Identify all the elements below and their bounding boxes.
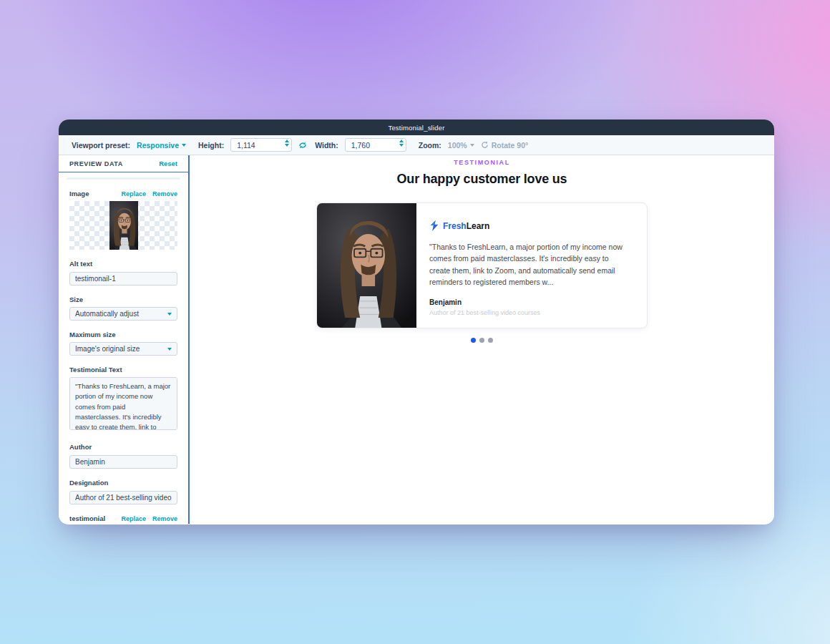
author-field-group: Author: [69, 443, 177, 469]
height-input[interactable]: [230, 138, 292, 152]
preview-toolbar: Viewport preset: Responsive Height: Widt…: [59, 135, 774, 155]
stepper-down-icon[interactable]: [285, 144, 289, 147]
author-input[interactable]: [69, 455, 177, 469]
author-label: Author: [69, 443, 92, 451]
testimonial-text-field-group: Testimonial Text "Thanks to FreshLearn, …: [69, 366, 177, 433]
rotate-90-button[interactable]: Rotate 90°: [481, 141, 528, 150]
size-label: Size: [69, 296, 83, 303]
carousel-dot-3[interactable]: [488, 338, 493, 343]
rotate-label: Rotate 90°: [492, 141, 528, 150]
testimonial-quote: "Thanks to FreshLearn, a major portion o…: [429, 241, 631, 288]
sidebar-header: PREVIEW DATA Reset: [59, 155, 188, 172]
module-preview-canvas: TESTIMONIAL Our happy customer love us: [190, 155, 774, 524]
preview-heading: Our happy customer love us: [397, 172, 567, 187]
brand-image-label: testimonial brand image: [69, 514, 121, 524]
sidebar-scroll-grip: [67, 177, 180, 180]
designation-field-group: Designation: [69, 479, 177, 504]
maximum-size-select[interactable]: Image's original size: [69, 342, 177, 356]
alt-text-label: Alt text: [69, 260, 92, 268]
testimonial-author: Benjamin: [429, 298, 631, 306]
zoom-label: Zoom:: [419, 141, 441, 150]
stepper-up-icon[interactable]: [285, 140, 289, 142]
height-input-group: [230, 138, 292, 152]
stepper-up-icon[interactable]: [399, 140, 404, 142]
viewport-preset-value: Responsive: [137, 141, 179, 150]
width-input-group: [345, 138, 406, 152]
height-label: Height:: [198, 141, 224, 150]
width-stepper[interactable]: [399, 140, 404, 147]
viewport-preset-label: Viewport preset:: [72, 141, 130, 150]
stepper-down-icon[interactable]: [399, 144, 404, 147]
alt-text-input[interactable]: [69, 272, 177, 286]
testimonial-designation: Author of 21 best-selling video courses: [429, 309, 631, 316]
carousel-dot-1[interactable]: [471, 338, 476, 343]
carousel-dots: [471, 338, 493, 343]
maximum-size-select-value: Image's original size: [75, 345, 140, 353]
testimonial-photo-thumbnail: [109, 201, 138, 250]
maximum-size-field-group: Maximum size Image's original size: [69, 331, 177, 356]
freshlearn-bolt-icon: [429, 220, 439, 232]
maximum-size-label: Maximum size: [69, 331, 115, 338]
testimonial-photo: [317, 203, 416, 328]
image-remove-button[interactable]: Remove: [152, 190, 177, 197]
chevron-down-icon: [167, 313, 172, 316]
brand-image-replace-button[interactable]: Replace: [121, 515, 146, 522]
image-field-group: Image Replace Remove: [69, 190, 177, 250]
size-select-value: Automatically adjust: [75, 310, 139, 318]
chevron-down-icon: [182, 144, 186, 147]
logo-learn-text: Learn: [467, 221, 490, 231]
testimonial-eyebrow: TESTIMONIAL: [454, 159, 510, 166]
zoom-dropdown[interactable]: 100%: [448, 141, 474, 150]
window-title: Testimonial_slider: [388, 124, 444, 132]
image-field-label: Image: [69, 190, 89, 197]
height-stepper[interactable]: [285, 140, 289, 147]
image-thumbnail[interactable]: [69, 201, 177, 250]
testimonial-card-content: FreshLearn "Thanks to FreshLearn, a majo…: [416, 203, 647, 328]
testimonial-text-textarea[interactable]: "Thanks to FreshLearn, a major portion o…: [69, 377, 177, 430]
module-preview-window: Testimonial_slider Viewport preset: Resp…: [59, 119, 774, 525]
window-body: PREVIEW DATA Reset Image Replace Remove: [59, 155, 774, 524]
reset-button[interactable]: Reset: [159, 160, 177, 167]
window-titlebar: Testimonial_slider: [59, 119, 774, 135]
image-replace-button[interactable]: Replace: [121, 190, 146, 197]
chevron-down-icon: [167, 348, 172, 351]
designation-input[interactable]: [69, 491, 177, 504]
sync-dimensions-icon[interactable]: [298, 141, 307, 150]
size-field-group: Size Automatically adjust: [69, 296, 177, 321]
carousel-dot-2[interactable]: [479, 338, 484, 343]
sidebar-title: PREVIEW DATA: [69, 160, 123, 167]
width-label: Width:: [315, 141, 338, 150]
freshlearn-logo: FreshLearn: [429, 219, 631, 232]
testimonial-card: FreshLearn "Thanks to FreshLearn, a majo…: [316, 203, 648, 328]
brand-image-field-group: testimonial brand image Replace Remove F…: [69, 514, 177, 524]
rotate-icon: [481, 141, 489, 149]
preview-data-sidebar: PREVIEW DATA Reset Image Replace Remove: [59, 155, 190, 524]
brand-image-remove-button[interactable]: Remove: [152, 515, 177, 522]
zoom-value: 100%: [448, 141, 467, 150]
alt-text-field-group: Alt text: [69, 260, 177, 286]
testimonial-text-label: Testimonial Text: [69, 366, 122, 374]
size-select[interactable]: Automatically adjust: [69, 307, 177, 321]
logo-fresh-text: Fresh: [443, 221, 467, 231]
chevron-down-icon: [470, 144, 474, 147]
width-input[interactable]: [345, 138, 406, 152]
viewport-preset-dropdown[interactable]: Responsive: [137, 141, 186, 150]
designation-label: Designation: [69, 479, 108, 487]
sidebar-content[interactable]: Image Replace Remove: [59, 172, 188, 524]
